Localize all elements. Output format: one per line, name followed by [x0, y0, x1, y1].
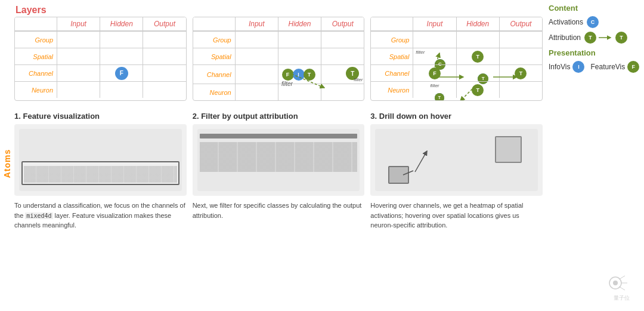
g2-channel-output: T filter: [321, 64, 364, 84]
featurevis-label: FeatureVis: [590, 63, 625, 71]
infovis-node: I: [572, 61, 584, 73]
g3-t-neuron-hidden: T: [472, 84, 484, 96]
g1-spatial-label: Spatial: [15, 48, 57, 64]
step-2-title: 2. Filter by output attribution: [193, 112, 365, 121]
g2-i-node: I: [293, 69, 305, 81]
g2-t-node-hidden: T: [304, 69, 315, 81]
svg-line-1: [403, 171, 413, 175]
g3-t-channel-output: T: [515, 67, 527, 79]
g3-group-output: [499, 31, 542, 48]
grid-2: Input Hidden Output Group Spatial Channe…: [193, 17, 365, 101]
grid-1-body: Group Spatial Channel F: [15, 31, 186, 98]
step-1-title: 1. Feature visualization: [14, 112, 187, 121]
g3-neuron-hidden: T: [456, 81, 499, 98]
g1-group-output: [143, 31, 185, 48]
g2-h1: Input: [235, 17, 278, 30]
step-1-card: 1. Feature visualization To understand a…: [14, 108, 187, 234]
g1-neuron-output: [143, 81, 185, 98]
g3-neuron-label: Neuron: [371, 81, 413, 98]
g3-spatial-hidden: T: [456, 48, 499, 64]
g2-neuron-hidden: [278, 84, 321, 100]
g2-group-hidden: [278, 31, 321, 48]
attribution-row: Attribution T T: [549, 32, 638, 44]
g1-h2: Hidden: [100, 17, 143, 30]
step-3-title: 3. Drill down on hover: [370, 112, 543, 121]
step-2-card: 2. Filter by output attribution Next, we…: [193, 108, 365, 234]
attribution-t-start: T: [584, 32, 596, 44]
g1-neuron-input: [57, 81, 100, 98]
g2-spatial-input: [235, 48, 278, 64]
g1-h0: [15, 17, 57, 30]
g2-channel-label: Channel: [193, 64, 235, 84]
g1-f-node: F: [115, 67, 128, 80]
watermark-text: 量子位: [608, 294, 635, 302]
g1-group-hidden: [100, 31, 143, 48]
g3-neuron-output: [499, 81, 542, 98]
step-1-image: [14, 124, 187, 196]
g2-channel-hidden: F I T: [278, 64, 321, 84]
step-3-number: 3.: [370, 112, 377, 121]
watermark: 量子位: [608, 272, 635, 302]
g1-channel-input: [57, 64, 100, 81]
g1-channel-output: [143, 64, 185, 81]
svg-line-0: [415, 151, 427, 172]
right-panel: Content Activations C Attribution T T: [543, 0, 644, 311]
g2-filter-label: filter: [354, 77, 363, 82]
g3-group-input: [413, 31, 456, 48]
g2-neuron-output: [321, 84, 364, 100]
g1-spatial-input: [57, 48, 100, 64]
layers-title: Layers: [16, 5, 543, 16]
g2-h3: Output: [321, 17, 364, 30]
grid-2-header: Input Hidden Output: [193, 17, 364, 31]
atoms-label: Atoms: [2, 149, 12, 178]
grid-2-body: Group Spatial Channel F I: [193, 31, 364, 100]
step-1-number: 1.: [14, 112, 21, 121]
content-title: Content: [549, 4, 638, 13]
presentation-row: InfoVis I FeatureVis F: [549, 61, 638, 73]
g2-group-input: [235, 31, 278, 48]
g3-t-neuron-input: T: [435, 93, 444, 101]
g3-channel-hidden: I T: [456, 64, 499, 81]
step-1-code: mixed4d: [25, 213, 52, 219]
g2-group-output: [321, 31, 364, 48]
watermark-icon: [608, 272, 635, 293]
infovis-label: InfoVis: [549, 63, 570, 71]
g1-spatial-output: [143, 48, 185, 64]
g2-h0: [193, 17, 235, 30]
step-3-description: Hovering over channels, we get a heatmap…: [370, 201, 543, 230]
step-3-title-text: Drill down on hover: [379, 112, 451, 121]
g1-neuron-label: Neuron: [15, 81, 57, 98]
grid-1-header: Input Hidden Output: [15, 17, 186, 31]
presentation-title: Presentation: [549, 48, 638, 57]
g2-neuron-input: [235, 84, 278, 100]
g1-group-label: Group: [15, 31, 57, 48]
activations-row: Activations C: [549, 16, 638, 28]
g3-channel-output: T: [499, 64, 542, 81]
g2-channel-input: [235, 64, 278, 84]
step-2-description: Next, we filter for specific classes by …: [193, 201, 365, 220]
grid-3-header: Input Hidden Output: [371, 17, 542, 31]
g2-spatial-label: Spatial: [193, 48, 235, 64]
svg-line-5: [619, 276, 625, 279]
g3-h0: [371, 17, 413, 30]
step-1-title-text: Feature visualization: [23, 112, 100, 121]
activations-label: Activations: [549, 18, 583, 26]
g2-group-label: Group: [193, 31, 235, 48]
bottom-section: 1. Feature visualization To understand a…: [14, 108, 543, 234]
g1-channel-hidden: F: [100, 64, 143, 81]
g3-spatial-output: [499, 48, 542, 64]
full-wrapper: Atoms Layers Input Hidden Output Group: [0, 0, 644, 311]
grid-3-body: Group Spatial filter I C T: [371, 31, 542, 98]
main-content: Layers Input Hidden Output Group: [14, 0, 543, 311]
g3-h1: Input: [413, 17, 456, 30]
g3-channel-input: F: [413, 64, 456, 81]
step-2-title-text: Filter by output attribution: [201, 112, 298, 121]
svg-point-4: [613, 281, 618, 285]
attribution-label: Attribution: [549, 33, 581, 42]
g1-h1: Input: [57, 17, 100, 30]
g2-spatial-output: [321, 48, 364, 64]
g3-channel-label: Channel: [371, 64, 413, 81]
grid-3: Input Hidden Output Group Spatial filter…: [370, 17, 543, 101]
g2-f-node: F: [282, 69, 294, 81]
step-2-number: 2.: [193, 112, 199, 121]
